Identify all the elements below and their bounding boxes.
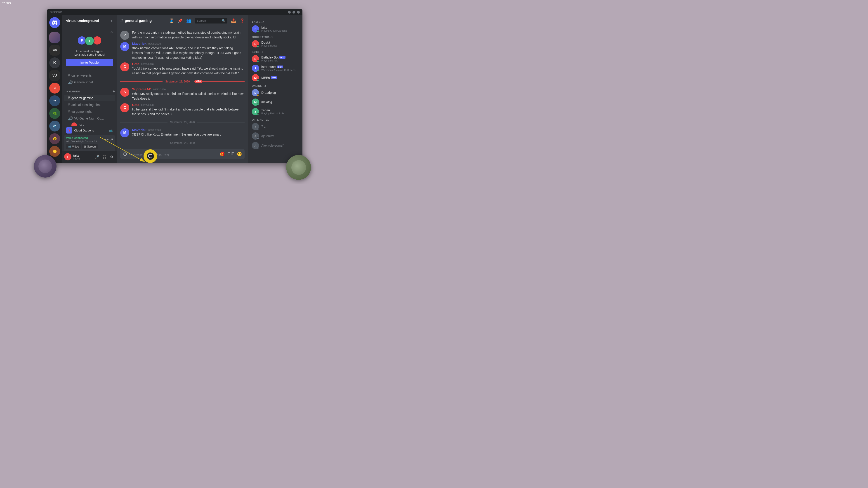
member-status-zahan: Playing Path of Exile — [261, 112, 299, 115]
add-attachment-button[interactable]: ⊕ — [123, 151, 127, 157]
member-status-bbot: Playing bb.help — [261, 59, 299, 62]
msg-timestamp-2: 09/08/2020 — [148, 42, 161, 45]
mute-button[interactable]: 🎤 — [94, 154, 100, 160]
server-icon-1[interactable] — [49, 32, 60, 43]
msg-author-maverick-2[interactable]: Maverick — [132, 128, 147, 132]
invite-people-button[interactable]: Invite People — [66, 59, 113, 66]
member-zahan[interactable]: Z zahan Playing Path of Exile — [250, 107, 301, 116]
date-divider-sep22: September 22, 2020 — [120, 121, 245, 124]
server-icon-7[interactable]: 🌿 — [49, 108, 60, 119]
server-icon-3[interactable]: K — [49, 57, 60, 68]
member-avatar-alex: A — [252, 142, 259, 149]
category-gaming[interactable]: ▼ GAMING + — [62, 86, 117, 94]
server-icon-8[interactable]: 🌊 — [49, 121, 60, 131]
message-input[interactable] — [129, 152, 220, 156]
channel-item-vu-game-night-voice[interactable]: 🔊 VU Game Night Co... 👥 ⚙ — [64, 115, 115, 122]
discord-home-button[interactable] — [49, 17, 60, 28]
msg-author-supremeac[interactable]: SupremeAC — [132, 87, 151, 91]
highlight-circle[interactable] — [144, 149, 157, 163]
gift-icon[interactable]: 🎁 — [220, 152, 225, 157]
thread-icon[interactable]: 🧵 — [169, 18, 174, 23]
decoration-orb-left — [34, 155, 59, 180]
settings-icon[interactable]: ⚙ — [110, 96, 113, 100]
leave-voice-icon[interactable]: ↗ — [110, 137, 113, 142]
voice-user-faits[interactable]: faits — [64, 122, 115, 126]
member-inter-punct[interactable]: I inter-punct BOT Watching ip!help on 15… — [250, 64, 301, 73]
settings-icon-2[interactable]: ⚙ — [110, 117, 113, 120]
member-mclazyj[interactable]: M mclazyj — [250, 98, 301, 107]
channel-item-general-chat[interactable]: 🔊 General Chat — [64, 79, 115, 86]
close-suggestion-button[interactable]: ✕ — [110, 30, 113, 34]
voice-connected-status: Voice Connected — [66, 136, 100, 140]
member-info-faits: faits Playing Cloud Gardens — [261, 26, 299, 32]
server-icon-vu[interactable]: VU — [49, 70, 60, 81]
member-name-row-ip: inter-punct BOT — [261, 65, 299, 69]
member-name-7z: 7 z — [261, 125, 299, 128]
text-channel-icon-4: # — [68, 109, 70, 114]
member-7z[interactable]: 7 7 z — [250, 122, 301, 131]
member-ajatenisx[interactable]: A ajatenisx — [250, 131, 301, 140]
server-icon-9[interactable]: 😊 — [49, 133, 60, 144]
screen-button[interactable]: 🖥 Screen — [82, 144, 97, 149]
search-input[interactable] — [197, 19, 222, 22]
member-avatar-inter-punct: I — [252, 65, 259, 72]
help-icon[interactable]: ❓ — [240, 18, 245, 23]
member-faits[interactable]: F faits Playing Cloud Gardens — [250, 24, 301, 33]
member-name-dreadplug: Dreadplug — [261, 91, 299, 94]
channel-item-general-gaming[interactable]: # general-gaming 👥 ⚙ — [64, 95, 115, 101]
msg-author-ceta-2[interactable]: Ceta — [132, 103, 140, 107]
search-icon[interactable]: 🔍 — [222, 19, 225, 23]
member-info-zahan: zahan Playing Path of Exile — [261, 108, 299, 115]
status-dot-dread — [257, 94, 259, 96]
minimize-button[interactable] — [288, 11, 291, 13]
msg-content-8: Maverick 09/22/2020 XES? Oh, like Xbox E… — [132, 128, 245, 137]
member-status-duskit: Playing Hades — [261, 44, 299, 47]
category-online: ONLINE—3 — [250, 83, 301, 88]
category-bots: BOTS—3 — [250, 49, 301, 54]
voice-wave-icon[interactable]: 〜 — [105, 137, 109, 142]
member-duskit[interactable]: D Duskit Playing Hades — [250, 39, 301, 48]
server-header[interactable]: Virtual Underground ▼ — [62, 15, 117, 26]
date-divider-text-sep21: September 21, 2020 — [162, 80, 193, 83]
member-info-ip: inter-punct BOT Watching ip!help on 1591… — [261, 65, 299, 71]
maximize-button[interactable] — [292, 11, 295, 13]
server-icon-2[interactable]: WB — [49, 45, 60, 56]
close-button[interactable] — [297, 11, 300, 13]
member-birthday-bot[interactable]: B Birthday Bot BOT Playing bb.help — [250, 54, 301, 63]
cloud-gardens-item[interactable]: ❓ Cloud Gardens 📺 — [64, 126, 115, 134]
server-icon-5[interactable]: ⚔ — [49, 83, 60, 94]
app-title: DISCORD — [50, 11, 62, 14]
inbox-icon[interactable]: 📥 — [231, 18, 236, 23]
msg-author-maverick-1[interactable]: Maverick — [132, 41, 147, 45]
channel-item-animal-crossing[interactable]: # animal-crossing-chat — [64, 101, 115, 108]
video-button[interactable]: 📹 Video — [66, 144, 81, 149]
gif-icon[interactable]: GIF — [227, 152, 234, 157]
pin-icon[interactable]: 📌 — [178, 18, 183, 23]
member-dreadplug[interactable]: D Dreadplug — [250, 88, 301, 97]
server-icon-6[interactable]: 🗺 — [49, 95, 60, 106]
new-badge: NEW — [194, 80, 202, 83]
add-channel-button[interactable]: + — [113, 90, 115, 94]
user-settings-button[interactable]: ⚙ — [108, 154, 115, 160]
member-name-zahan: zahan — [261, 108, 299, 112]
deafen-button[interactable]: 🎧 — [101, 154, 107, 160]
screen-share-icon[interactable]: 📺 — [109, 129, 113, 132]
members-icon[interactable]: 👥 — [186, 18, 191, 23]
category-arrow-icon: ▼ — [66, 90, 68, 93]
server-chevron-icon: ▼ — [110, 19, 113, 23]
member-alex[interactable]: A Alex (ole-some!) — [250, 141, 301, 150]
voice-icon-2: 🔊 — [68, 116, 73, 121]
channel-item-current-events[interactable]: # current-events — [64, 72, 115, 78]
msg-author-ceta-1[interactable]: Ceta — [132, 62, 140, 66]
member-icon[interactable]: 👥 — [105, 96, 109, 100]
emoji-icon[interactable]: 😊 — [237, 152, 242, 157]
member-mee6[interactable]: M MEE6 BOT — [250, 73, 301, 82]
status-dot-faits — [257, 30, 259, 33]
user-panel: F faits #3066 🎤 🎧 ⚙ — [62, 151, 117, 163]
header-actions: 🧵 📌 👥 🔍 📥 ❓ — [169, 18, 245, 24]
svg-rect-0 — [149, 155, 152, 157]
status-dot-alex — [257, 147, 259, 149]
channel-item-vu-game-night[interactable]: # vu-game-night — [64, 108, 115, 115]
member-icon-2[interactable]: 👥 — [105, 117, 109, 120]
status-dot-zahan — [257, 113, 259, 115]
